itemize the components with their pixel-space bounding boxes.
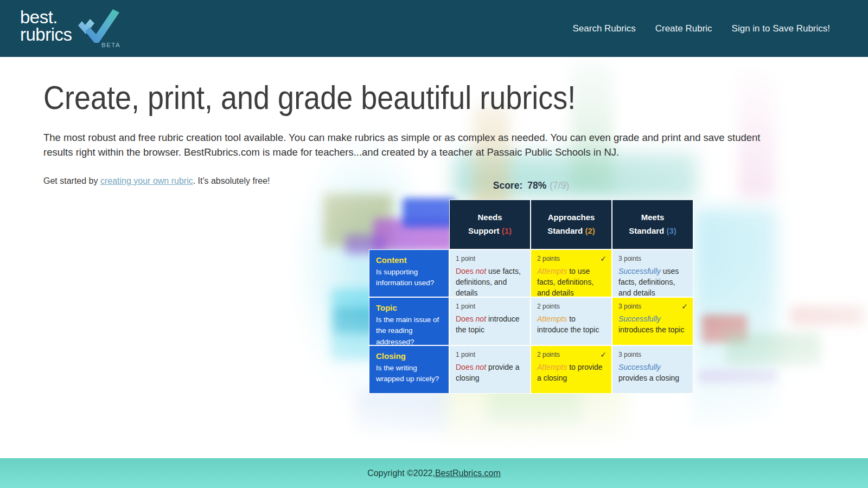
nav-links: Search RubricsCreate RubricSign in to Sa… (572, 23, 830, 34)
score-percent: 78% (527, 180, 546, 191)
rubric-table: NeedsSupport (1)ApproachesStandard (2)Me… (369, 200, 693, 394)
rubric-column-header-meets: MeetsStandard (3) (612, 200, 693, 249)
rubric-column-header-approaches: ApproachesStandard (2) (531, 200, 612, 249)
background-shape (702, 315, 748, 343)
cell-text: Successfully uses facts, definitions, an… (618, 266, 687, 299)
checkmark-icon: ✓ (600, 350, 607, 361)
cell-points: 1 point (456, 350, 524, 359)
cell-text: Attempts to provide a closing (537, 362, 605, 384)
cell-points: 1 point (456, 254, 524, 264)
beta-badge: BETA (101, 42, 120, 48)
rubric-cell: 3 pointsSuccessfully uses facts, definit… (612, 249, 693, 297)
background-shape (487, 389, 582, 427)
criterion-question: Is the writing wrapped up nicely? (376, 363, 442, 385)
rubric-cell-selected: 3 pointsSuccessfully introduces the topi… (612, 297, 693, 345)
background-shape (726, 333, 821, 366)
background-shape (699, 370, 777, 383)
background-shape (355, 390, 448, 436)
background-shape (791, 306, 864, 326)
nav-link-sign-in-to-save-rubrics[interactable]: Sign in to Save Rubrics! (732, 23, 830, 34)
criterion-question: Is supporting information used? (376, 267, 442, 289)
create-rubric-link[interactable]: creating your own rubric (100, 176, 193, 185)
criterion-question: Is the main issue of the reading address… (376, 314, 442, 348)
hero-content: Create, print, and grade beautiful rubri… (0, 57, 868, 186)
cell-text: Attempts to introduce the topic (537, 314, 605, 336)
cell-text: Does not provide a closing (456, 362, 524, 384)
column-points-number: (3) (666, 226, 676, 235)
column-points-number: (1) (502, 226, 512, 235)
criterion-name: Content (376, 255, 442, 265)
page: best. rubrics BETA (0, 0, 868, 488)
cell-text: Does not use facts, definitions, and det… (456, 266, 524, 299)
criterion-name: Topic (376, 303, 442, 312)
score-fraction: (7/9) (550, 180, 569, 191)
page-title: Create, print, and grade beautiful rubri… (43, 79, 773, 117)
cell-points: 1 point (456, 302, 524, 311)
cta-suffix: . It's absolutely free! (193, 176, 270, 185)
hero-section: Create, print, and grade beautiful rubri… (0, 57, 868, 458)
background-shape (693, 208, 777, 438)
cell-text: Does not introduce the topic (456, 314, 524, 336)
cta-prefix: Get started by (43, 176, 100, 185)
criterion-header-topic: TopicIs the main issue of the reading ad… (369, 297, 449, 345)
hero-description: The most robust and free rubric creation… (43, 131, 784, 160)
score-label: Score: (493, 180, 522, 191)
criterion-name: Closing (376, 351, 442, 361)
cell-points: 3 points (618, 254, 687, 264)
cell-points: 2 points (537, 350, 605, 359)
checkmark-icon: ✓ (681, 301, 688, 312)
logo-text: best. rubrics (20, 9, 72, 44)
rubric-column-header-needs: NeedsSupport (1) (449, 200, 531, 249)
criterion-header-content: ContentIs supporting information used? (369, 249, 449, 297)
rubric-cell: 1 pointDoes not introduce the topic (449, 297, 531, 345)
cell-text: Successfully introduces the topic (618, 314, 687, 336)
checkmark-logo-icon (75, 7, 122, 46)
cell-points: 2 points (537, 302, 605, 311)
rubric-cell: 1 pointDoes not use facts, definitions, … (449, 249, 531, 297)
checkmark-icon: ✓ (600, 254, 607, 265)
rubric-cell: 3 pointsSuccessfully provides a closing (612, 345, 693, 394)
rubric-cell-selected: 2 pointsAttempts to use facts, definitio… (531, 249, 612, 297)
cell-points: 3 points (618, 350, 687, 359)
cell-points: 3 points (618, 302, 687, 311)
footer: Copyright ©2022, BestRubrics.com (0, 458, 868, 488)
nav-link-create-rubric[interactable]: Create Rubric (655, 23, 712, 34)
cell-text: Attempts to use facts, definitions, and … (537, 266, 605, 299)
footer-link[interactable]: BestRubrics.com (435, 468, 501, 478)
rubric-cell: 2 pointsAttempts to introduce the topic (531, 297, 612, 345)
copyright-text: Copyright ©2022, (367, 468, 435, 478)
score-line: Score:78%(7/9) (369, 180, 693, 191)
rubric-corner (369, 200, 449, 249)
logo-line2: rubrics (20, 26, 72, 43)
cell-text: Successfully provides a closing (618, 362, 687, 384)
navbar: best. rubrics BETA (0, 0, 868, 57)
cell-points: 2 points (537, 254, 605, 264)
logo-line1: best. (20, 9, 72, 26)
rubric-cell-selected: 2 pointsAttempts to provide a closing✓ (531, 345, 612, 394)
criterion-header-closing: ClosingIs the writing wrapped up nicely? (369, 345, 449, 394)
logo[interactable]: best. rubrics BETA (19, 6, 127, 52)
nav-link-search-rubrics[interactable]: Search Rubrics (572, 23, 635, 34)
rubric-cell: 1 pointDoes not provide a closing (449, 345, 531, 394)
column-points-number: (2) (585, 226, 595, 235)
